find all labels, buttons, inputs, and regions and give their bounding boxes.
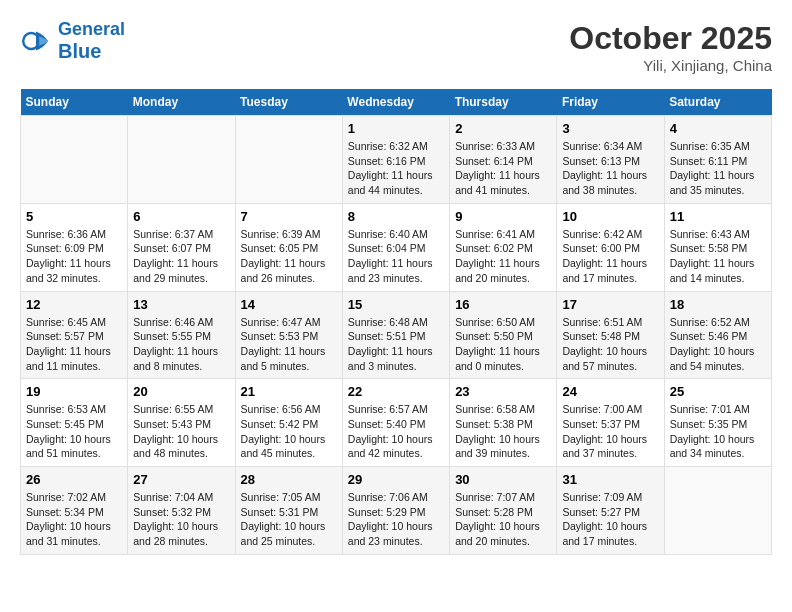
calendar-cell: 26Sunrise: 7:02 AMSunset: 5:34 PMDayligh… [21,467,128,555]
day-number: 3 [562,121,658,136]
day-number: 12 [26,297,122,312]
page-header: General Blue October 2025 Yili, Xinjiang… [20,20,772,74]
calendar-cell: 4Sunrise: 6:35 AMSunset: 6:11 PMDaylight… [664,116,771,204]
day-number: 24 [562,384,658,399]
day-number: 17 [562,297,658,312]
day-info: Sunrise: 6:43 AMSunset: 5:58 PMDaylight:… [670,227,766,286]
weekday-header-row: SundayMondayTuesdayWednesdayThursdayFrid… [21,89,772,116]
day-info: Sunrise: 6:56 AMSunset: 5:42 PMDaylight:… [241,402,337,461]
calendar-week-2: 5Sunrise: 6:36 AMSunset: 6:09 PMDaylight… [21,203,772,291]
location: Yili, Xinjiang, China [569,57,772,74]
day-number: 26 [26,472,122,487]
day-number: 27 [133,472,229,487]
day-info: Sunrise: 6:40 AMSunset: 6:04 PMDaylight:… [348,227,444,286]
calendar-cell: 19Sunrise: 6:53 AMSunset: 5:45 PMDayligh… [21,379,128,467]
logo-text: General Blue [58,20,125,63]
day-number: 13 [133,297,229,312]
day-info: Sunrise: 6:58 AMSunset: 5:38 PMDaylight:… [455,402,551,461]
day-info: Sunrise: 6:51 AMSunset: 5:48 PMDaylight:… [562,315,658,374]
calendar-week-5: 26Sunrise: 7:02 AMSunset: 5:34 PMDayligh… [21,467,772,555]
day-number: 7 [241,209,337,224]
day-number: 30 [455,472,551,487]
day-info: Sunrise: 6:55 AMSunset: 5:43 PMDaylight:… [133,402,229,461]
day-number: 5 [26,209,122,224]
calendar-cell: 20Sunrise: 6:55 AMSunset: 5:43 PMDayligh… [128,379,235,467]
day-number: 10 [562,209,658,224]
calendar-cell: 18Sunrise: 6:52 AMSunset: 5:46 PMDayligh… [664,291,771,379]
weekday-header-thursday: Thursday [450,89,557,116]
calendar-cell: 23Sunrise: 6:58 AMSunset: 5:38 PMDayligh… [450,379,557,467]
logo: General Blue [20,20,125,63]
calendar-cell: 13Sunrise: 6:46 AMSunset: 5:55 PMDayligh… [128,291,235,379]
logo-blue: Blue [58,40,101,62]
calendar-cell: 2Sunrise: 6:33 AMSunset: 6:14 PMDaylight… [450,116,557,204]
day-info: Sunrise: 6:37 AMSunset: 6:07 PMDaylight:… [133,227,229,286]
calendar-cell: 25Sunrise: 7:01 AMSunset: 5:35 PMDayligh… [664,379,771,467]
logo-general: General [58,19,125,39]
day-info: Sunrise: 6:57 AMSunset: 5:40 PMDaylight:… [348,402,444,461]
month-title: October 2025 [569,20,772,57]
day-number: 23 [455,384,551,399]
day-info: Sunrise: 7:06 AMSunset: 5:29 PMDaylight:… [348,490,444,549]
day-info: Sunrise: 7:00 AMSunset: 5:37 PMDaylight:… [562,402,658,461]
day-number: 21 [241,384,337,399]
calendar-cell: 29Sunrise: 7:06 AMSunset: 5:29 PMDayligh… [342,467,449,555]
calendar-cell: 9Sunrise: 6:41 AMSunset: 6:02 PMDaylight… [450,203,557,291]
day-number: 4 [670,121,766,136]
calendar-cell: 27Sunrise: 7:04 AMSunset: 5:32 PMDayligh… [128,467,235,555]
weekday-header-sunday: Sunday [21,89,128,116]
calendar-cell: 31Sunrise: 7:09 AMSunset: 5:27 PMDayligh… [557,467,664,555]
day-info: Sunrise: 6:46 AMSunset: 5:55 PMDaylight:… [133,315,229,374]
calendar-week-1: 1Sunrise: 6:32 AMSunset: 6:16 PMDaylight… [21,116,772,204]
day-number: 22 [348,384,444,399]
calendar-cell: 14Sunrise: 6:47 AMSunset: 5:53 PMDayligh… [235,291,342,379]
title-block: October 2025 Yili, Xinjiang, China [569,20,772,74]
day-number: 2 [455,121,551,136]
weekday-header-friday: Friday [557,89,664,116]
weekday-header-saturday: Saturday [664,89,771,116]
day-info: Sunrise: 7:07 AMSunset: 5:28 PMDaylight:… [455,490,551,549]
calendar-cell: 3Sunrise: 6:34 AMSunset: 6:13 PMDaylight… [557,116,664,204]
day-number: 9 [455,209,551,224]
weekday-header-wednesday: Wednesday [342,89,449,116]
calendar-cell: 21Sunrise: 6:56 AMSunset: 5:42 PMDayligh… [235,379,342,467]
day-info: Sunrise: 7:09 AMSunset: 5:27 PMDaylight:… [562,490,658,549]
day-info: Sunrise: 6:47 AMSunset: 5:53 PMDaylight:… [241,315,337,374]
calendar-week-4: 19Sunrise: 6:53 AMSunset: 5:45 PMDayligh… [21,379,772,467]
day-number: 31 [562,472,658,487]
day-number: 25 [670,384,766,399]
day-number: 18 [670,297,766,312]
day-info: Sunrise: 6:53 AMSunset: 5:45 PMDaylight:… [26,402,122,461]
logo-icon [20,25,52,57]
calendar-cell [664,467,771,555]
calendar-cell: 17Sunrise: 6:51 AMSunset: 5:48 PMDayligh… [557,291,664,379]
calendar-cell [128,116,235,204]
calendar-cell: 22Sunrise: 6:57 AMSunset: 5:40 PMDayligh… [342,379,449,467]
calendar-cell [235,116,342,204]
day-info: Sunrise: 6:34 AMSunset: 6:13 PMDaylight:… [562,139,658,198]
day-info: Sunrise: 7:01 AMSunset: 5:35 PMDaylight:… [670,402,766,461]
day-info: Sunrise: 6:41 AMSunset: 6:02 PMDaylight:… [455,227,551,286]
day-number: 19 [26,384,122,399]
day-info: Sunrise: 7:02 AMSunset: 5:34 PMDaylight:… [26,490,122,549]
day-info: Sunrise: 6:35 AMSunset: 6:11 PMDaylight:… [670,139,766,198]
calendar-cell: 8Sunrise: 6:40 AMSunset: 6:04 PMDaylight… [342,203,449,291]
day-number: 16 [455,297,551,312]
day-number: 15 [348,297,444,312]
day-info: Sunrise: 6:52 AMSunset: 5:46 PMDaylight:… [670,315,766,374]
day-info: Sunrise: 6:45 AMSunset: 5:57 PMDaylight:… [26,315,122,374]
calendar-cell: 30Sunrise: 7:07 AMSunset: 5:28 PMDayligh… [450,467,557,555]
calendar-cell: 5Sunrise: 6:36 AMSunset: 6:09 PMDaylight… [21,203,128,291]
day-info: Sunrise: 6:50 AMSunset: 5:50 PMDaylight:… [455,315,551,374]
calendar-cell: 7Sunrise: 6:39 AMSunset: 6:05 PMDaylight… [235,203,342,291]
calendar-table: SundayMondayTuesdayWednesdayThursdayFrid… [20,89,772,555]
weekday-header-monday: Monday [128,89,235,116]
calendar-cell: 1Sunrise: 6:32 AMSunset: 6:16 PMDaylight… [342,116,449,204]
weekday-header-tuesday: Tuesday [235,89,342,116]
calendar-cell: 12Sunrise: 6:45 AMSunset: 5:57 PMDayligh… [21,291,128,379]
day-number: 29 [348,472,444,487]
calendar-week-3: 12Sunrise: 6:45 AMSunset: 5:57 PMDayligh… [21,291,772,379]
day-info: Sunrise: 7:05 AMSunset: 5:31 PMDaylight:… [241,490,337,549]
day-info: Sunrise: 7:04 AMSunset: 5:32 PMDaylight:… [133,490,229,549]
calendar-cell: 11Sunrise: 6:43 AMSunset: 5:58 PMDayligh… [664,203,771,291]
